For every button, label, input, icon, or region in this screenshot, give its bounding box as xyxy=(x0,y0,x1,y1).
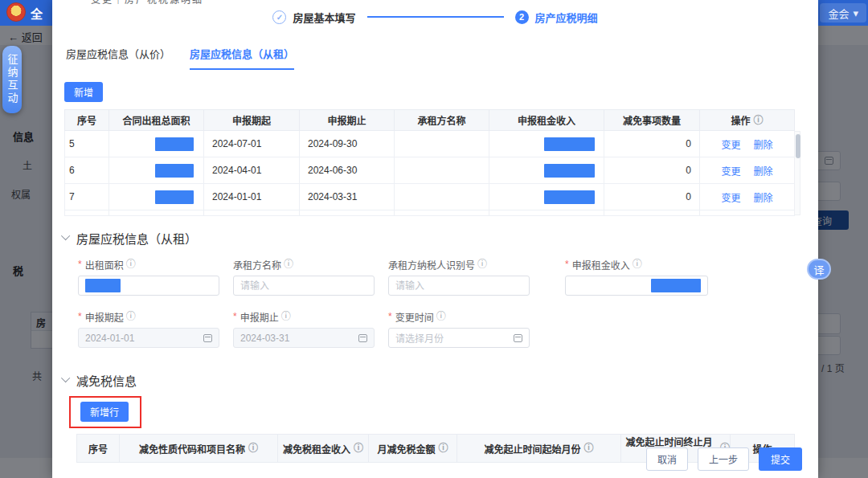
redacted-income-value xyxy=(651,279,701,292)
stepper-connector xyxy=(367,16,504,18)
redacted-income-value xyxy=(544,137,595,151)
required-marker: * xyxy=(78,311,82,322)
tax-bureau-logo-icon xyxy=(6,2,26,22)
table-row: 5 2024-07-01 2024-09-30 0 变更删除 xyxy=(65,131,795,157)
period-end-field: *申报期止ⓘ 2024-03-31 xyxy=(233,311,375,348)
period-start-field: *申报期起ⓘ 2024-01-01 xyxy=(78,311,219,348)
modal-title-clipped: 变更｜房产税税源明细 xyxy=(91,0,203,6)
table1-header-row: 序号 合同出租总面积 申报期起 申报期止 承租方名称 申报租金收入 减免事项数量… xyxy=(65,110,795,131)
previous-step-button[interactable]: 上一步 xyxy=(698,447,749,471)
section-header-reduction-info[interactable]: 减免税信息 xyxy=(63,372,818,389)
property-tax-detail-modal: 变更｜房产税税源明细 ✓ 房屋基本填写 2 房产应税明细 房屋应税信息（从价） … xyxy=(52,0,818,478)
change-link[interactable]: 变更 xyxy=(721,193,740,204)
info-icon: ⓘ xyxy=(126,259,136,269)
calendar-icon xyxy=(203,334,212,342)
redacted-area-value xyxy=(155,137,194,151)
table-row-clipped xyxy=(65,210,795,216)
stepper: ✓ 房屋基本填写 2 房产应税明细 xyxy=(52,8,818,26)
chevron-down-icon xyxy=(61,231,70,240)
info-icon: ⓘ xyxy=(281,312,291,321)
tab-bar: 房屋应税信息（从价） 房屋应税信息（从租） xyxy=(66,46,818,70)
table-vertical-scrollbar[interactable] xyxy=(794,131,800,215)
info-icon: ⓘ xyxy=(126,312,136,321)
info-icon: ⓘ xyxy=(477,259,487,269)
section-header-rent-info[interactable]: 房屋应税信息（从租） xyxy=(63,230,818,247)
info-icon: ⓘ xyxy=(436,312,446,321)
info-icon: ⓘ xyxy=(439,443,448,453)
caret-down-icon: ▾ xyxy=(853,7,858,19)
rent-area-field: *出租面积ⓘ xyxy=(78,259,219,296)
change-link[interactable]: 变更 xyxy=(721,166,740,178)
redacted-income-value xyxy=(544,164,595,178)
change-link[interactable]: 变更 xyxy=(721,140,740,151)
info-icon: ⓘ xyxy=(754,116,764,125)
rent-income-field: *申报租金收入ⓘ xyxy=(565,259,708,296)
annotation-highlight-box: 新增行 xyxy=(69,396,141,428)
info-icon: ⓘ xyxy=(354,443,363,453)
add-button[interactable]: 新增 xyxy=(64,82,103,102)
required-marker: * xyxy=(565,259,569,270)
org-name-partial: 金会 xyxy=(828,6,849,21)
form-row-1: *出租面积ⓘ 承租方名称ⓘ 承租方纳税人识别号ⓘ *申报租金收入ⓘ xyxy=(78,259,818,296)
modal-footer: 取消 上一步 提交 xyxy=(646,447,802,471)
info-icon: ⓘ xyxy=(633,259,642,269)
calendar-icon xyxy=(514,334,522,342)
info-icon: ⓘ xyxy=(248,443,258,453)
chevron-down-icon xyxy=(61,374,70,382)
change-month-input[interactable]: 请选择月份 xyxy=(388,328,530,348)
required-marker: * xyxy=(233,311,237,322)
tab-ad-valorem[interactable]: 房屋应税信息（从价） xyxy=(66,46,170,70)
redacted-area-value xyxy=(155,190,194,204)
site-title-partial: 全 xyxy=(31,5,43,22)
calendar-icon xyxy=(358,334,367,342)
rent-area-input[interactable] xyxy=(78,276,219,296)
step2-number-badge: 2 xyxy=(515,10,529,24)
redacted-area-value xyxy=(85,279,121,292)
delete-link[interactable]: 删除 xyxy=(754,166,773,178)
delete-link[interactable]: 删除 xyxy=(754,140,773,151)
add-row-button[interactable]: 新增行 xyxy=(80,402,129,422)
table-row: 7 2024-01-01 2024-03-31 0 变更删除 xyxy=(65,184,795,210)
redacted-income-value xyxy=(544,190,595,204)
lessee-taxid-field: 承租方纳税人识别号ⓘ xyxy=(388,259,530,296)
info-icon: ⓘ xyxy=(284,259,293,269)
info-icon: ⓘ xyxy=(584,443,594,453)
period-end-input[interactable]: 2024-03-31 xyxy=(233,328,375,348)
step-2: 2 房产应税明细 xyxy=(515,10,598,25)
change-month-field: *变更时间ⓘ 请选择月份 xyxy=(388,311,530,348)
delete-link[interactable]: 删除 xyxy=(754,193,773,204)
rent-income-input[interactable] xyxy=(565,276,708,296)
tab-from-rent[interactable]: 房屋应税信息（从租） xyxy=(190,46,294,70)
interaction-side-tab[interactable]: 征纳互动 xyxy=(2,46,22,113)
required-marker: * xyxy=(78,259,82,270)
redacted-area-value xyxy=(155,164,194,178)
table-row: 6 2024-04-01 2024-06-30 0 变更删除 xyxy=(65,157,795,184)
step1-check-icon: ✓ xyxy=(272,10,286,24)
period-start-input[interactable]: 2024-01-01 xyxy=(78,328,219,348)
form-row-2: *申报期起ⓘ 2024-01-01 *申报期止ⓘ 2024-03-31 *变更时… xyxy=(78,311,818,348)
translate-button[interactable]: 译 xyxy=(807,259,831,280)
scrollbar-thumb[interactable] xyxy=(796,134,800,158)
required-marker: * xyxy=(388,311,392,322)
step-1: ✓ 房屋基本填写 xyxy=(272,10,355,25)
step1-label: 房屋基本填写 xyxy=(293,10,355,25)
lessee-name-input[interactable] xyxy=(240,280,367,292)
rent-records-table: 序号 合同出租总面积 申报期起 申报期止 承租方名称 申报租金收入 减免事项数量… xyxy=(64,109,800,216)
lessee-taxid-input[interactable] xyxy=(395,280,522,292)
step2-label: 房产应税明细 xyxy=(535,10,598,25)
submit-button[interactable]: 提交 xyxy=(759,447,802,471)
cancel-button[interactable]: 取消 xyxy=(646,447,688,471)
org-account-dropdown[interactable]: 金会 ▾ xyxy=(820,3,866,22)
lessee-name-field: 承租方名称ⓘ xyxy=(233,259,375,296)
